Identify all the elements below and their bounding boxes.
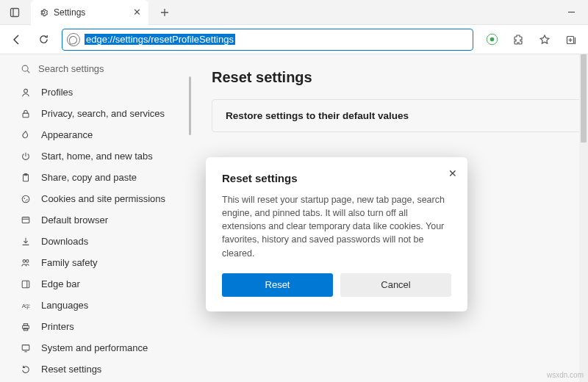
dialog-close-button[interactable]: ✕ — [448, 167, 457, 179]
watermark: wsxdn.com — [547, 371, 584, 379]
modal-overlay: ✕ Reset settings This will reset your st… — [0, 0, 588, 382]
cancel-button[interactable]: Cancel — [340, 273, 451, 297]
reset-button[interactable]: Reset — [222, 273, 333, 297]
dialog-body: This will reset your startup page, new t… — [222, 193, 451, 260]
reset-settings-dialog: ✕ Reset settings This will reset your st… — [206, 157, 467, 311]
dialog-title: Reset settings — [222, 172, 451, 184]
